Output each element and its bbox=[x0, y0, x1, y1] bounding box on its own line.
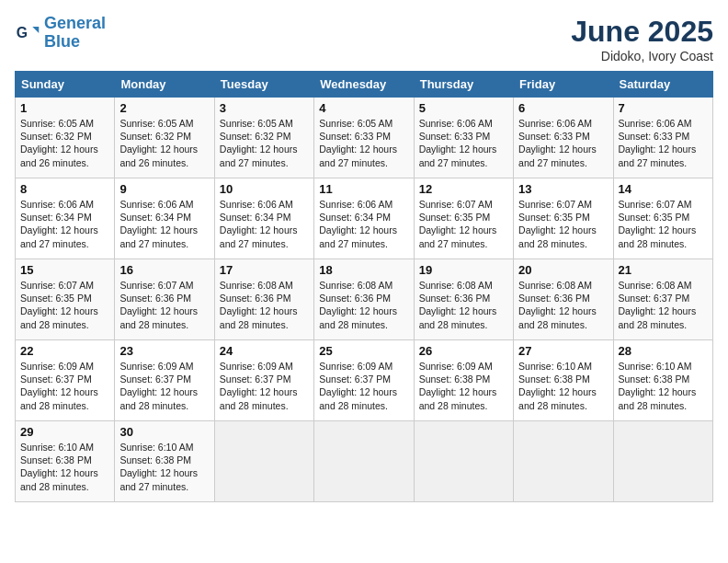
weekday-header-saturday: Saturday bbox=[613, 72, 712, 98]
weekday-header-wednesday: Wednesday bbox=[314, 72, 414, 98]
logo: G General Blue bbox=[15, 15, 106, 52]
day-info: Sunrise: 6:06 AM Sunset: 6:34 PM Dayligh… bbox=[220, 198, 309, 250]
calendar-cell: 4Sunrise: 6:05 AM Sunset: 6:33 PM Daylig… bbox=[314, 98, 414, 178]
day-info: Sunrise: 6:07 AM Sunset: 6:36 PM Dayligh… bbox=[119, 279, 209, 331]
day-number: 2 bbox=[119, 101, 209, 115]
day-info: Sunrise: 6:05 AM Sunset: 6:33 PM Dayligh… bbox=[319, 117, 408, 169]
calendar-cell: 26Sunrise: 6:09 AM Sunset: 6:38 PM Dayli… bbox=[414, 340, 513, 421]
weekday-header-tuesday: Tuesday bbox=[214, 72, 313, 98]
calendar-header-row: SundayMondayTuesdayWednesdayThursdayFrid… bbox=[16, 72, 713, 98]
calendar-cell: 14Sunrise: 6:07 AM Sunset: 6:35 PM Dayli… bbox=[613, 178, 712, 259]
day-number: 23 bbox=[119, 344, 209, 358]
calendar-cell bbox=[613, 421, 712, 502]
day-number: 30 bbox=[119, 425, 209, 439]
calendar-week-row: 29Sunrise: 6:10 AM Sunset: 6:38 PM Dayli… bbox=[16, 421, 713, 502]
calendar-cell: 8Sunrise: 6:06 AM Sunset: 6:34 PM Daylig… bbox=[16, 178, 115, 259]
calendar-cell: 12Sunrise: 6:07 AM Sunset: 6:35 PM Dayli… bbox=[414, 178, 513, 259]
day-info: Sunrise: 6:06 AM Sunset: 6:34 PM Dayligh… bbox=[119, 198, 209, 250]
day-number: 11 bbox=[319, 182, 408, 196]
day-info: Sunrise: 6:08 AM Sunset: 6:36 PM Dayligh… bbox=[220, 279, 309, 331]
title-area: June 2025 Didoko, Ivory Coast bbox=[571, 15, 713, 63]
day-number: 17 bbox=[220, 263, 309, 277]
day-info: Sunrise: 6:09 AM Sunset: 6:37 PM Dayligh… bbox=[220, 360, 309, 412]
day-info: Sunrise: 6:09 AM Sunset: 6:37 PM Dayligh… bbox=[20, 360, 109, 412]
day-info: Sunrise: 6:08 AM Sunset: 6:36 PM Dayligh… bbox=[319, 279, 408, 331]
day-info: Sunrise: 6:10 AM Sunset: 6:38 PM Dayligh… bbox=[20, 441, 109, 493]
day-info: Sunrise: 6:05 AM Sunset: 6:32 PM Dayligh… bbox=[20, 117, 109, 169]
calendar-week-row: 22Sunrise: 6:09 AM Sunset: 6:37 PM Dayli… bbox=[16, 340, 713, 421]
calendar-cell: 5Sunrise: 6:06 AM Sunset: 6:33 PM Daylig… bbox=[414, 98, 513, 178]
day-number: 15 bbox=[20, 263, 109, 277]
calendar-cell: 21Sunrise: 6:08 AM Sunset: 6:37 PM Dayli… bbox=[613, 259, 712, 340]
day-info: Sunrise: 6:05 AM Sunset: 6:32 PM Dayligh… bbox=[119, 117, 209, 169]
calendar-cell: 23Sunrise: 6:09 AM Sunset: 6:37 PM Dayli… bbox=[115, 340, 214, 421]
day-number: 4 bbox=[319, 101, 408, 115]
day-number: 7 bbox=[619, 101, 708, 115]
day-info: Sunrise: 6:07 AM Sunset: 6:35 PM Dayligh… bbox=[619, 198, 708, 250]
calendar-cell bbox=[514, 421, 613, 502]
day-number: 27 bbox=[518, 344, 608, 358]
calendar-cell: 19Sunrise: 6:08 AM Sunset: 6:36 PM Dayli… bbox=[414, 259, 513, 340]
calendar-title: June 2025 bbox=[571, 15, 713, 49]
calendar-cell: 15Sunrise: 6:07 AM Sunset: 6:35 PM Dayli… bbox=[16, 259, 115, 340]
calendar-cell: 30Sunrise: 6:10 AM Sunset: 6:38 PM Dayli… bbox=[115, 421, 214, 502]
calendar-cell: 29Sunrise: 6:10 AM Sunset: 6:38 PM Dayli… bbox=[16, 421, 115, 502]
day-info: Sunrise: 6:06 AM Sunset: 6:34 PM Dayligh… bbox=[319, 198, 408, 250]
calendar-cell: 13Sunrise: 6:07 AM Sunset: 6:35 PM Dayli… bbox=[514, 178, 613, 259]
calendar-table: SundayMondayTuesdayWednesdayThursdayFrid… bbox=[15, 71, 713, 502]
day-number: 12 bbox=[419, 182, 508, 196]
day-number: 18 bbox=[319, 263, 408, 277]
calendar-cell: 22Sunrise: 6:09 AM Sunset: 6:37 PM Dayli… bbox=[16, 340, 115, 421]
day-number: 20 bbox=[518, 263, 608, 277]
calendar-cell: 24Sunrise: 6:09 AM Sunset: 6:37 PM Dayli… bbox=[214, 340, 313, 421]
calendar-cell bbox=[214, 421, 313, 502]
calendar-cell: 18Sunrise: 6:08 AM Sunset: 6:36 PM Dayli… bbox=[314, 259, 414, 340]
calendar-cell: 7Sunrise: 6:06 AM Sunset: 6:33 PM Daylig… bbox=[613, 98, 712, 178]
day-info: Sunrise: 6:06 AM Sunset: 6:33 PM Dayligh… bbox=[619, 117, 708, 169]
calendar-body: 1Sunrise: 6:05 AM Sunset: 6:32 PM Daylig… bbox=[16, 98, 713, 502]
day-number: 9 bbox=[119, 182, 209, 196]
calendar-week-row: 15Sunrise: 6:07 AM Sunset: 6:35 PM Dayli… bbox=[16, 259, 713, 340]
calendar-cell: 3Sunrise: 6:05 AM Sunset: 6:32 PM Daylig… bbox=[214, 98, 313, 178]
day-info: Sunrise: 6:07 AM Sunset: 6:35 PM Dayligh… bbox=[20, 279, 109, 331]
day-number: 21 bbox=[619, 263, 708, 277]
page-header: G General Blue June 2025 Didoko, Ivory C… bbox=[15, 15, 713, 63]
calendar-cell: 16Sunrise: 6:07 AM Sunset: 6:36 PM Dayli… bbox=[115, 259, 214, 340]
day-info: Sunrise: 6:10 AM Sunset: 6:38 PM Dayligh… bbox=[518, 360, 608, 412]
calendar-cell: 20Sunrise: 6:08 AM Sunset: 6:36 PM Dayli… bbox=[514, 259, 613, 340]
day-number: 10 bbox=[220, 182, 309, 196]
day-info: Sunrise: 6:06 AM Sunset: 6:34 PM Dayligh… bbox=[20, 198, 109, 250]
day-number: 8 bbox=[20, 182, 109, 196]
calendar-cell: 6Sunrise: 6:06 AM Sunset: 6:33 PM Daylig… bbox=[514, 98, 613, 178]
calendar-week-row: 1Sunrise: 6:05 AM Sunset: 6:32 PM Daylig… bbox=[16, 98, 713, 178]
calendar-cell: 2Sunrise: 6:05 AM Sunset: 6:32 PM Daylig… bbox=[115, 98, 214, 178]
day-info: Sunrise: 6:09 AM Sunset: 6:37 PM Dayligh… bbox=[119, 360, 209, 412]
day-info: Sunrise: 6:09 AM Sunset: 6:37 PM Dayligh… bbox=[319, 360, 408, 412]
calendar-subtitle: Didoko, Ivory Coast bbox=[571, 49, 713, 63]
day-info: Sunrise: 6:08 AM Sunset: 6:37 PM Dayligh… bbox=[619, 279, 708, 331]
calendar-cell: 11Sunrise: 6:06 AM Sunset: 6:34 PM Dayli… bbox=[314, 178, 414, 259]
day-number: 29 bbox=[20, 425, 109, 439]
day-info: Sunrise: 6:10 AM Sunset: 6:38 PM Dayligh… bbox=[119, 441, 209, 493]
day-number: 22 bbox=[20, 344, 109, 358]
day-number: 6 bbox=[518, 101, 608, 115]
day-number: 14 bbox=[619, 182, 708, 196]
calendar-cell bbox=[414, 421, 513, 502]
day-number: 26 bbox=[419, 344, 508, 358]
day-info: Sunrise: 6:05 AM Sunset: 6:32 PM Dayligh… bbox=[220, 117, 309, 169]
calendar-cell: 9Sunrise: 6:06 AM Sunset: 6:34 PM Daylig… bbox=[115, 178, 214, 259]
day-info: Sunrise: 6:10 AM Sunset: 6:38 PM Dayligh… bbox=[619, 360, 708, 412]
logo-text: General Blue bbox=[44, 15, 106, 52]
day-number: 3 bbox=[220, 101, 309, 115]
day-number: 1 bbox=[20, 101, 109, 115]
day-info: Sunrise: 6:08 AM Sunset: 6:36 PM Dayligh… bbox=[518, 279, 608, 331]
weekday-header-sunday: Sunday bbox=[16, 72, 115, 98]
day-number: 25 bbox=[319, 344, 408, 358]
day-info: Sunrise: 6:07 AM Sunset: 6:35 PM Dayligh… bbox=[518, 198, 608, 250]
day-info: Sunrise: 6:06 AM Sunset: 6:33 PM Dayligh… bbox=[419, 117, 508, 169]
svg-text:G: G bbox=[17, 25, 28, 40]
calendar-cell: 28Sunrise: 6:10 AM Sunset: 6:38 PM Dayli… bbox=[613, 340, 712, 421]
day-number: 5 bbox=[419, 101, 508, 115]
day-number: 24 bbox=[220, 344, 309, 358]
calendar-cell: 25Sunrise: 6:09 AM Sunset: 6:37 PM Dayli… bbox=[314, 340, 414, 421]
